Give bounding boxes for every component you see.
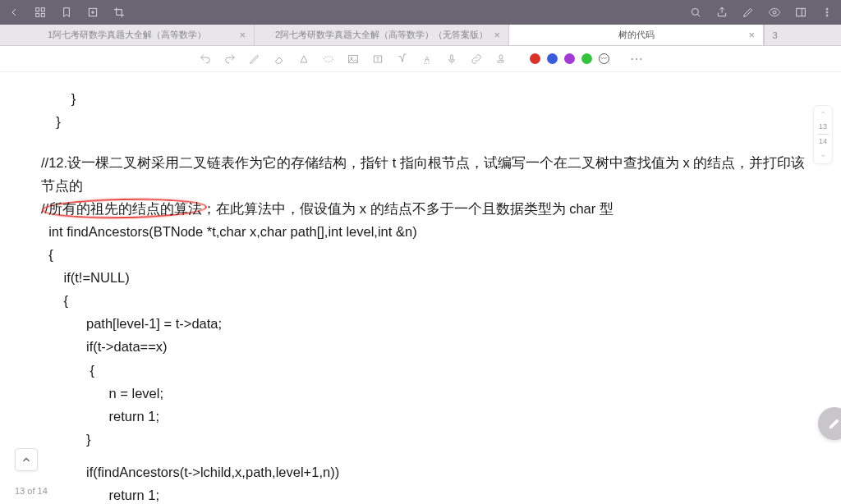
code-line: } <box>41 87 808 110</box>
link-icon[interactable] <box>467 50 485 68</box>
tab-1[interactable]: 1阿七考研数学真题大全解（高等数学） × <box>0 25 255 45</box>
page-down-icon[interactable]: ⌄ <box>818 149 828 160</box>
page-up-icon[interactable]: ⌃ <box>818 109 828 121</box>
eye-icon[interactable] <box>767 5 782 20</box>
tab-close-icon[interactable]: × <box>494 29 500 41</box>
code-comment: //12.设一棵二叉树采用二叉链表作为它的存储结构，指针 t 指向根节点，试编写… <box>41 151 808 197</box>
tab-close-icon[interactable]: × <box>748 29 755 41</box>
document-content[interactable]: ⌃ 13 14 ⌄ } } //12.设一棵二叉树采用二叉链表作为它的存储结构，… <box>0 72 841 504</box>
code-line: { <box>41 359 808 382</box>
page-nav: ⌃ 13 14 ⌄ <box>813 105 833 164</box>
svg-point-15 <box>324 56 333 62</box>
mic-icon[interactable] <box>443 50 461 68</box>
color-blue[interactable] <box>547 53 558 64</box>
sidebar-icon[interactable] <box>793 5 808 20</box>
code-line: return 1; <box>41 405 808 428</box>
tab-label: 树的代码 <box>618 29 655 41</box>
code-line: int findAncestors(BTNode *t,char x,char … <box>41 220 808 243</box>
svg-point-9 <box>773 11 776 14</box>
svg-point-12 <box>826 8 828 10</box>
svg-rect-0 <box>36 8 39 11</box>
svg-text:T: T <box>375 56 379 62</box>
tab-2[interactable]: 2阿七考研数学真题大全解（高等数学）（无答案版） × <box>255 25 509 45</box>
color-purple[interactable] <box>564 53 575 64</box>
code-line: if(t!=NULL) <box>41 266 808 289</box>
svg-rect-21 <box>450 54 453 60</box>
stamp-icon[interactable] <box>492 50 510 68</box>
undo-icon[interactable] <box>196 50 214 68</box>
svg-rect-3 <box>41 13 44 16</box>
scroll-top-button[interactable] <box>15 448 38 471</box>
share-icon[interactable] <box>715 5 729 20</box>
code-line: n = level; <box>41 382 808 405</box>
tabbar: 1阿七考研数学真题大全解（高等数学） × 2阿七考研数学真题大全解（高等数学）（… <box>0 25 841 46</box>
svg-point-17 <box>351 57 352 58</box>
code-line: if(t->data==x) <box>41 335 808 358</box>
code-line: { <box>41 243 808 266</box>
tab-counter[interactable]: 3 <box>764 25 785 45</box>
bookmark-icon[interactable] <box>59 5 74 20</box>
page-current: 13 <box>819 121 827 133</box>
color-green[interactable] <box>581 53 592 64</box>
svg-line-8 <box>697 14 700 16</box>
titlebar <box>0 0 841 25</box>
crop-icon[interactable] <box>112 5 126 20</box>
code-line: return 1; <box>41 483 808 504</box>
svg-point-23 <box>499 54 503 58</box>
handwritten-circle-annotation: 所有的祖先的结点的算法 <box>48 201 202 216</box>
tab-close-icon[interactable]: × <box>239 29 246 41</box>
grid-icon[interactable] <box>33 5 48 20</box>
code-line: } <box>41 428 808 451</box>
search-icon[interactable] <box>688 5 703 20</box>
back-icon[interactable] <box>7 5 21 20</box>
svg-text:A: A <box>425 55 430 63</box>
highlighter-icon[interactable] <box>295 50 313 68</box>
pencil-tool-icon[interactable] <box>246 50 264 68</box>
math-icon[interactable] <box>393 50 411 68</box>
redo-icon[interactable] <box>221 50 239 68</box>
code-comment: //所有的祖先的结点的算法；在此算法中，假设值为 x 的结点不多于一个且数据类型… <box>41 197 808 220</box>
eraser-tool-icon[interactable] <box>270 50 288 68</box>
svg-point-7 <box>692 8 698 15</box>
page-total: 14 <box>819 135 827 148</box>
pen-icon[interactable] <box>741 5 756 20</box>
tab-label: 2阿七考研数学真题大全解（高等数学）（无答案版） <box>275 29 488 41</box>
code-line: path[level-1] = t->data; <box>41 312 808 335</box>
color-red[interactable] <box>530 53 540 64</box>
code-line: if(findAncestors(t->lchild,x,path,level+… <box>41 460 808 483</box>
image-icon[interactable] <box>344 50 362 68</box>
svg-rect-1 <box>41 8 44 11</box>
text-icon[interactable]: T <box>369 50 387 68</box>
page-info: 13 of 14 <box>15 486 48 496</box>
svg-rect-10 <box>797 8 806 16</box>
svg-point-14 <box>826 15 828 16</box>
code-line: { <box>41 289 808 312</box>
code-line: } <box>41 110 808 133</box>
more-icon[interactable] <box>820 5 834 20</box>
svg-rect-16 <box>348 55 357 62</box>
add-page-icon[interactable] <box>85 5 100 20</box>
svg-rect-2 <box>36 13 39 16</box>
tab-label: 1阿七考研数学真题大全解（高等数学） <box>48 29 206 41</box>
format-icon[interactable]: A <box>418 50 436 68</box>
tab-3[interactable]: 树的代码 × <box>509 25 764 45</box>
toolbar-more-icon[interactable]: ⋯ <box>627 50 646 68</box>
color-pattern[interactable]: 〰 <box>599 53 609 64</box>
svg-point-13 <box>826 11 828 13</box>
toolbar: T A 〰 ⋯ <box>0 46 841 72</box>
lasso-icon[interactable] <box>319 50 338 68</box>
